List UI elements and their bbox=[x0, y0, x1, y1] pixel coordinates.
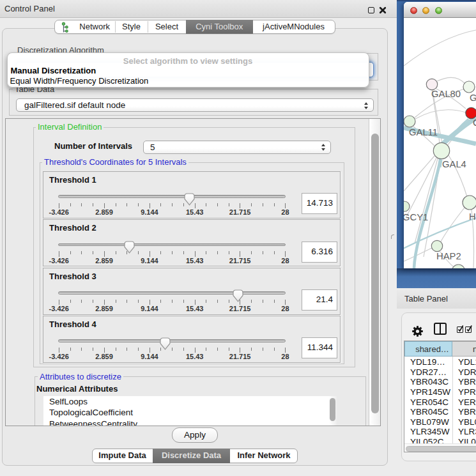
svg-text:GAL11: GAL11 bbox=[409, 127, 438, 137]
svg-text:GAL4: GAL4 bbox=[442, 159, 466, 169]
svg-text:H: H bbox=[469, 211, 476, 222]
svg-text:GAL80: GAL80 bbox=[431, 89, 461, 99]
svg-text:GCY1: GCY1 bbox=[404, 212, 428, 222]
svg-text:HAP2: HAP2 bbox=[436, 251, 461, 261]
svg-text:C: C bbox=[473, 118, 476, 128]
svg-text:GA: GA bbox=[470, 93, 476, 103]
